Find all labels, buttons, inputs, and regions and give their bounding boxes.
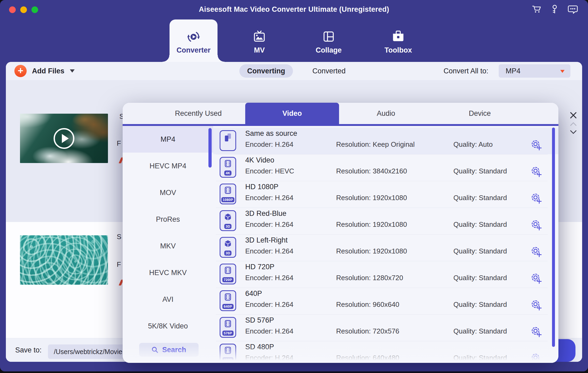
remove-file-icon[interactable] (569, 111, 578, 121)
save-path-input[interactable]: /Users/webtrickz/Movies (48, 344, 128, 359)
format-row-sd-480p[interactable]: 480P SD 480P Encoder: H.264 Resolution: … (213, 341, 558, 363)
add-files-label: Add Files (32, 67, 65, 75)
popup-tab-device[interactable]: Device (433, 103, 527, 124)
film-icon: 1080P (220, 184, 236, 204)
converting-tab[interactable]: Converting (239, 64, 293, 78)
format-row-hd-720p[interactable]: 720P HD 720P Encoder: H.264 Resolution: … (213, 261, 558, 288)
convert-all-dropdown[interactable]: MP4 (499, 64, 570, 78)
sidebar-item-hevc-mkv[interactable]: HEVC MKV (123, 259, 213, 286)
format-row-3d-red-blue[interactable]: 3D 3D Red-Blue Encoder: H.264 Resolution… (213, 208, 558, 234)
profile-settings-gear-icon[interactable] (530, 219, 542, 231)
film-icon: 640P (220, 290, 236, 311)
search-button[interactable]: Search (139, 343, 199, 357)
toolbar: + Add Files Converting Converted Convert… (6, 62, 582, 80)
tab-flare (163, 55, 170, 62)
format-row-hd-1080p[interactable]: 1080P HD 1080P Encoder: H.264 Resolution… (213, 181, 558, 208)
format-row-sd-576p[interactable]: 576P SD 576P Encoder: H.264 Resolution: … (213, 314, 558, 341)
format-row-3d-left-right[interactable]: 3D 3D Left-Right Encoder: H.264 Resoluti… (213, 234, 558, 261)
popup-tabbar: Recently Used Video Audio Device (123, 103, 558, 124)
popup-tab-underline (123, 124, 558, 126)
tab-toolbox-label: Toolbox (374, 46, 422, 54)
format-row-same-as-source[interactable]: Same as source Encoder: H.264 Resolution… (213, 128, 558, 154)
video-thumbnail-2[interactable] (20, 235, 108, 285)
film-icon: 480P (220, 344, 236, 363)
move-down-icon[interactable] (570, 130, 577, 136)
popup-tab-audio[interactable]: Audio (339, 103, 433, 124)
tab-converter-label: Converter (170, 46, 218, 54)
film-icon: 720P (220, 264, 236, 284)
tab-collage-label: Collage (305, 46, 353, 54)
sidebar-item-mkv[interactable]: MKV (123, 233, 213, 259)
collage-icon (321, 30, 336, 44)
main-nav: Converter MV (0, 16, 588, 62)
profile-settings-gear-icon[interactable] (530, 246, 542, 257)
layers-icon (220, 130, 236, 151)
film-icon: 4K (220, 157, 236, 178)
converter-icon (186, 30, 201, 44)
popup-tab-video[interactable]: Video (245, 103, 339, 124)
cube-3d-icon: 3D (220, 237, 236, 258)
convert-all-value: MP4 (506, 64, 521, 78)
save-to-label: Save to: (15, 338, 42, 362)
search-icon (151, 346, 158, 353)
play-preview-button[interactable] (54, 128, 74, 149)
search-label: Search (162, 346, 186, 354)
profile-settings-gear-icon[interactable] (530, 352, 542, 363)
plus-icon: + (14, 65, 27, 77)
profile-settings-gear-icon[interactable] (530, 166, 542, 177)
format-row-4k-video[interactable]: 4K 4K Video Encoder: HEVC Resolution: 38… (213, 154, 558, 181)
sidebar-item-mp4[interactable]: MP4 (123, 126, 213, 153)
sidebar-item-hevc-mp4[interactable]: HEVC MP4 (123, 153, 213, 179)
sidebar-item-avi[interactable]: AVI (123, 286, 213, 313)
app-window: Aiseesoft Mac Video Converter Ultimate (… (0, 0, 588, 373)
tab-converter[interactable]: Converter (170, 19, 218, 62)
mv-icon (252, 30, 267, 44)
toolbox-icon (391, 30, 405, 44)
sidebar-scrollbar[interactable] (208, 128, 212, 168)
convert-all-label: Convert All to: (444, 62, 488, 80)
format-row-640p[interactable]: 640P 640P Encoder: H.264 Resolution: 960… (213, 288, 558, 314)
format-popup: Recently Used Video Audio Device MP4 HEV… (123, 103, 558, 363)
format-sidebar: MP4 HEVC MP4 MOV ProRes MKV HEVC MKV AVI… (123, 126, 213, 363)
profile-settings-gear-icon[interactable] (530, 299, 542, 311)
profile-settings-gear-icon[interactable] (530, 192, 542, 204)
converted-tab[interactable]: Converted (312, 64, 346, 78)
tab-toolbox[interactable]: Toolbox (374, 19, 422, 62)
add-files-caret-icon[interactable] (70, 69, 75, 73)
video-thumbnail-1[interactable] (20, 114, 108, 163)
sidebar-item-prores[interactable]: ProRes (123, 206, 213, 233)
feedback-icon[interactable] (567, 4, 578, 15)
window-title: Aiseesoft Mac Video Converter Ultimate (… (0, 5, 588, 14)
add-files-button[interactable]: + Add Files (14, 62, 75, 80)
dropdown-arrow-icon (560, 70, 565, 73)
sidebar-item-mov[interactable]: MOV (123, 179, 213, 206)
list-scrollbar[interactable] (552, 128, 555, 347)
tab-flare (218, 55, 224, 62)
profile-settings-gear-icon[interactable] (530, 272, 542, 284)
popup-tab-recently-used[interactable]: Recently Used (151, 103, 245, 124)
profile-settings-gear-icon[interactable] (530, 139, 542, 151)
cube-3d-icon: 3D (220, 210, 236, 231)
film-icon: 576P (220, 317, 236, 338)
sidebar-item-5k8k[interactable]: 5K/8K Video (123, 313, 213, 339)
move-up-icon[interactable] (570, 122, 577, 128)
tab-collage[interactable]: Collage (305, 19, 353, 62)
tab-mv[interactable]: MV (235, 19, 283, 62)
window-background: Aiseesoft Mac Video Converter Ultimate (… (0, 0, 588, 371)
cart-icon[interactable] (531, 4, 542, 15)
profile-settings-gear-icon[interactable] (530, 326, 542, 338)
format-list: Same as source Encoder: H.264 Resolution… (213, 126, 558, 363)
tab-mv-label: MV (235, 46, 283, 54)
key-register-icon[interactable] (549, 4, 560, 15)
